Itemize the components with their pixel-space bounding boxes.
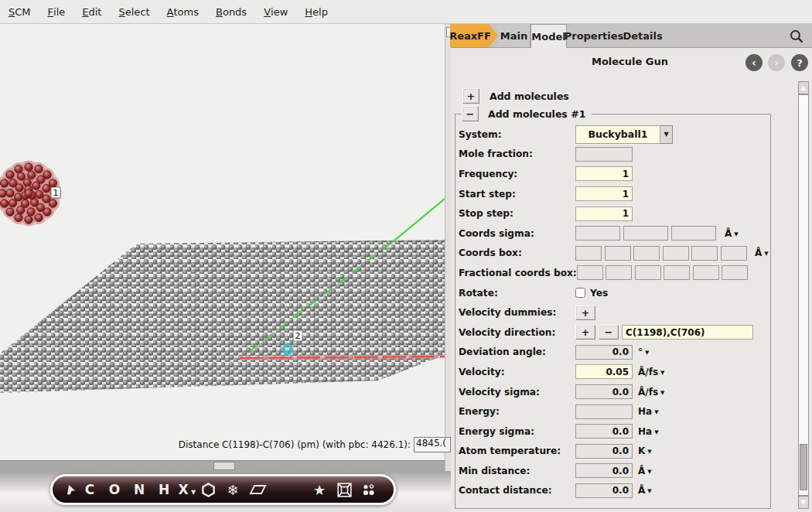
pointer-tool-icon[interactable] (65, 483, 77, 497)
min-distance-unit-select[interactable]: Å▼ (638, 466, 652, 476)
velocity-input[interactable] (575, 364, 633, 379)
stop-step-input[interactable] (575, 207, 633, 221)
ring-tool-icon[interactable] (198, 483, 218, 497)
vertical-scrollbar[interactable] (798, 81, 809, 509)
velocity-dummies-label: Velocity dummies: (455, 307, 575, 318)
coords-box-input-5[interactable] (691, 246, 718, 261)
coords-box-input-6[interactable] (721, 246, 747, 261)
contact-distance-unit-select[interactable]: Å▼ (638, 485, 652, 496)
system-value[interactable]: Buckyball1 (575, 125, 660, 144)
perspective-box-icon[interactable] (334, 483, 354, 497)
plane-tool-icon[interactable] (247, 483, 268, 496)
menu-view[interactable]: View (255, 0, 296, 23)
element-c-button[interactable]: C (80, 482, 99, 497)
horizontal-scrollbar[interactable] (0, 460, 445, 471)
min-distance-input[interactable] (575, 463, 633, 478)
fractional-coords-input-1[interactable] (577, 265, 603, 280)
start-step-input[interactable] (575, 186, 633, 201)
velocity-dummies-row: Velocity dummies: + (455, 302, 770, 323)
forward-button[interactable]: › (768, 54, 785, 71)
coords-box-input-1[interactable] (575, 246, 602, 261)
energy-sigma-unit-select[interactable]: Ha▼ (638, 426, 659, 437)
coords-box-input-2[interactable] (605, 246, 631, 261)
tab-main[interactable]: Main (498, 24, 531, 47)
fractional-coords-input-3[interactable] (635, 265, 661, 280)
velocity-sigma-input[interactable] (575, 384, 633, 399)
energy-sigma-row: Energy sigma: Ha▼ (455, 422, 770, 442)
fractional-coords-input-5[interactable] (693, 265, 719, 280)
menu-bonds[interactable]: Bonds (207, 0, 255, 23)
fractional-coords-input-6[interactable] (722, 265, 748, 280)
velocity-dummies-add-button[interactable]: + (575, 305, 595, 320)
toolbar-area: C O N H X▼ ❄ ★ (0, 471, 451, 512)
coords-box-input-3[interactable] (633, 246, 660, 261)
horizontal-scrollbar-thumb[interactable] (213, 462, 235, 470)
velocity-direction-input[interactable] (622, 325, 753, 340)
atoms-dots-icon[interactable] (359, 483, 379, 497)
tab-properties[interactable]: Properties (568, 24, 619, 47)
atom-temperature-input[interactable] (575, 444, 633, 459)
tab-details[interactable]: Details (624, 24, 661, 47)
add-molecules-group: − Add molecules #1 System: Buckyball1 ▼ … (455, 114, 771, 509)
add-molecules-button[interactable]: + (462, 88, 479, 104)
menu-select[interactable]: Select (110, 0, 158, 23)
coords-sigma-z-input[interactable] (671, 226, 716, 241)
system-dropdown-arrow-icon[interactable]: ▼ (660, 125, 673, 144)
splitter-divider[interactable] (445, 24, 451, 471)
atom-marker-1: 1 (51, 187, 60, 198)
deviation-angle-input[interactable] (575, 345, 633, 360)
vertical-scrollbar-thumb[interactable] (800, 444, 807, 490)
coords-sigma-row: Coords sigma: Å▼ (455, 224, 770, 244)
tab-model[interactable]: Model (531, 24, 567, 48)
coords-sigma-y-input[interactable] (623, 226, 668, 241)
velocity-unit-select[interactable]: Å/fs▼ (638, 367, 664, 377)
deviation-angle-unit-select[interactable]: °▼ (638, 346, 649, 357)
mole-fraction-input[interactable] (575, 147, 633, 162)
element-h-button[interactable]: H (155, 482, 173, 497)
scroll-up-arrow-icon[interactable] (798, 81, 809, 94)
menu-file[interactable]: File (39, 0, 74, 23)
coords-sigma-x-input[interactable] (575, 226, 620, 241)
tab-reaxff[interactable]: ReaxFF (450, 24, 498, 47)
energy-sigma-input[interactable] (575, 424, 633, 439)
element-o-button[interactable]: O (105, 482, 124, 497)
tab-bar: ReaxFF Main Model Properties Details (451, 24, 812, 48)
velocity-sigma-unit-select[interactable]: Å/fs▼ (638, 387, 664, 398)
deviation-angle-row: Deviation angle: °▼ (455, 343, 770, 363)
3d-viewport[interactable]: 1 2 (0, 24, 445, 460)
menu-help[interactable]: Help (296, 0, 336, 23)
chevron-down-icon: ▼ (660, 390, 664, 396)
menu-scm[interactable]: SCM (0, 0, 39, 23)
energy-input[interactable] (575, 404, 633, 419)
freeze-snowflake-icon[interactable]: ❄ (223, 482, 243, 498)
energy-unit-select[interactable]: Ha▼ (638, 406, 659, 417)
scroll-down-arrow-icon[interactable] (798, 496, 809, 509)
fractional-coords-input-2[interactable] (606, 265, 632, 280)
coords-box-input-4[interactable] (663, 246, 689, 261)
favorites-star-icon[interactable]: ★ (309, 482, 329, 498)
contact-distance-input[interactable] (575, 483, 633, 498)
fractional-coords-box-label: Fractional coords box: (455, 268, 577, 278)
coords-box-unit-select[interactable]: Å▼ (755, 247, 769, 258)
velocity-direction-label: Velocity direction: (455, 327, 575, 338)
atom-temperature-unit-select[interactable]: K▼ (638, 445, 652, 456)
rotate-row: Rotate: Yes (455, 283, 770, 303)
element-x-dropdown[interactable]: X▼ (176, 482, 196, 497)
rotate-checkbox[interactable] (575, 288, 585, 298)
vertical-scrollbar-track[interactable] (798, 94, 809, 496)
coords-sigma-unit-select[interactable]: Å▼ (725, 228, 739, 239)
help-button[interactable]: ? (791, 54, 808, 71)
system-combobox[interactable]: Buckyball1 ▼ (575, 125, 673, 144)
velocity-sigma-label: Velocity sigma: (455, 387, 575, 398)
selected-atom-highlight[interactable] (283, 345, 292, 354)
menu-edit[interactable]: Edit (73, 0, 110, 23)
search-icon[interactable] (789, 29, 804, 44)
element-n-button[interactable]: N (130, 482, 148, 497)
frequency-input[interactable] (575, 166, 633, 181)
fractional-coords-input-4[interactable] (664, 265, 690, 280)
velocity-direction-add-button[interactable]: + (575, 325, 595, 340)
menu-atoms[interactable]: Atoms (159, 0, 207, 23)
distance-value-input[interactable]: 4845.( (414, 437, 451, 452)
back-button[interactable]: ‹ (745, 54, 763, 71)
velocity-direction-remove-button[interactable]: − (599, 325, 619, 340)
